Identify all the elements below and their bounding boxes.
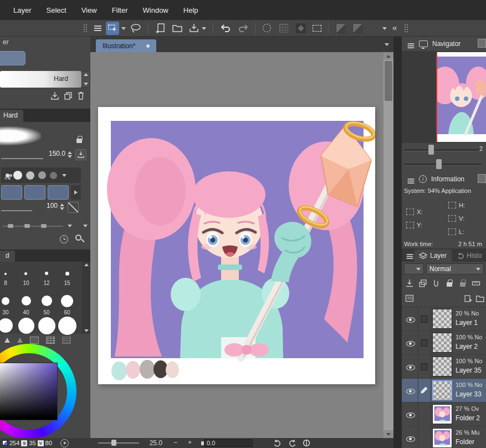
mini-slider-handle-3[interactable] bbox=[41, 224, 47, 228]
modify-settings-icon[interactable] bbox=[75, 235, 81, 241]
folder-thumbnail[interactable] bbox=[432, 404, 452, 424]
preset-expand-button[interactable] bbox=[71, 185, 81, 200]
list-view-icon[interactable] bbox=[62, 337, 71, 344]
redo-button[interactable] bbox=[237, 24, 248, 33]
layer-checkbox[interactable] bbox=[421, 339, 428, 347]
visibility-eye-icon[interactable] bbox=[406, 434, 415, 443]
stepper-up-icon[interactable] bbox=[60, 203, 64, 206]
selection-tool-button[interactable] bbox=[106, 22, 119, 35]
grid-view-icon[interactable] bbox=[46, 337, 55, 344]
zoom-value[interactable]: 25.0 bbox=[139, 439, 162, 447]
spray-effect-button[interactable] bbox=[263, 24, 271, 32]
menu-help[interactable]: Help bbox=[183, 6, 198, 14]
canvas-page[interactable] bbox=[98, 107, 375, 384]
save-dropdown[interactable] bbox=[202, 27, 206, 30]
panel-tab-cut-icon[interactable] bbox=[478, 39, 486, 48]
preset-swatch-2[interactable] bbox=[24, 185, 45, 200]
rotate-cw-button[interactable] bbox=[288, 439, 296, 447]
layer-row-selected[interactable]: 100 % No Layer 33 bbox=[402, 379, 486, 403]
layer-menu-icon[interactable] bbox=[407, 254, 413, 255]
new-file-button[interactable] bbox=[155, 23, 166, 34]
brush-size-grid[interactable]: 8 10 12 15 30 40 50 60 bbox=[0, 262, 82, 334]
panel-scroll-down-icon[interactable] bbox=[83, 225, 88, 227]
slider-handle[interactable] bbox=[436, 159, 442, 169]
lock-icon[interactable] bbox=[76, 139, 82, 143]
layer-thumbnail[interactable] bbox=[432, 357, 452, 376]
toolbar-drag-handle[interactable] bbox=[83, 24, 88, 33]
brush-list-selected-item[interactable] bbox=[0, 51, 25, 65]
lock-layer-button[interactable] bbox=[445, 279, 454, 288]
scroll-down-icon[interactable] bbox=[84, 83, 88, 85]
texture-view-icon[interactable] bbox=[4, 338, 10, 343]
visibility-eye-icon[interactable] bbox=[406, 363, 415, 371]
tool-property-tab[interactable]: Hard bbox=[0, 110, 23, 122]
mini-slider-handle-1[interactable] bbox=[8, 224, 13, 228]
selection-tool-dropdown[interactable] bbox=[121, 27, 126, 30]
panel-drag-handle[interactable] bbox=[404, 24, 408, 33]
open-file-button[interactable] bbox=[172, 23, 183, 33]
vertical-scrollbar[interactable] bbox=[383, 52, 393, 438]
gradient-button-2[interactable] bbox=[352, 23, 362, 33]
layer-name[interactable]: Folder bbox=[456, 438, 474, 446]
toolbar-overflow-dropdown[interactable] bbox=[382, 27, 387, 30]
tab-layer[interactable]: Layer bbox=[414, 250, 452, 262]
material-button[interactable] bbox=[296, 23, 306, 33]
scrollbar-thumb[interactable] bbox=[385, 61, 392, 101]
layer-row[interactable]: 26 % Mu Folder bbox=[402, 426, 486, 448]
stepper-down-icon[interactable] bbox=[68, 155, 72, 158]
layer-thumbnail[interactable] bbox=[432, 333, 452, 353]
preset-swatch-3[interactable] bbox=[48, 185, 69, 200]
stroke-timing-icon[interactable] bbox=[60, 235, 68, 243]
information-menu-icon[interactable] bbox=[408, 179, 415, 180]
delete-brush-button[interactable] bbox=[76, 90, 85, 101]
layer-thumbnail[interactable] bbox=[432, 309, 452, 329]
combine-button[interactable] bbox=[418, 279, 427, 288]
scroll-up-button[interactable] bbox=[383, 52, 393, 60]
layer-palette-selector[interactable] bbox=[404, 263, 424, 274]
register-brush-button[interactable] bbox=[50, 91, 60, 101]
layer-checkbox[interactable] bbox=[421, 315, 428, 323]
preset-tab[interactable]: d bbox=[0, 251, 15, 262]
scroll-down-icon[interactable] bbox=[84, 329, 89, 332]
navigator-rotate-slider[interactable] bbox=[402, 157, 486, 171]
layer-name[interactable]: Layer 33 bbox=[456, 390, 482, 398]
mini-slider-dropdown[interactable] bbox=[68, 225, 72, 227]
navigator-menu-icon[interactable] bbox=[408, 43, 415, 44]
document-tab[interactable]: Illustration* bbox=[96, 39, 156, 52]
menu-select[interactable]: Select bbox=[47, 6, 66, 14]
layer-row[interactable]: 20 % No Layer 1 bbox=[402, 307, 486, 331]
zoom-slider-handle[interactable] bbox=[111, 440, 116, 446]
scroll-up-icon[interactable] bbox=[84, 263, 89, 266]
opacity-slider[interactable] bbox=[1, 210, 32, 211]
reset-rotation-button[interactable] bbox=[302, 439, 311, 447]
menu-layer[interactable]: Layer bbox=[13, 6, 32, 14]
stepper-up-icon[interactable] bbox=[68, 151, 72, 154]
blend-mode-selector[interactable]: Normal bbox=[426, 263, 484, 274]
layer-name[interactable]: Layer 2 bbox=[456, 343, 478, 350]
transfer-down-button[interactable] bbox=[405, 279, 414, 288]
navigator-zoom-slider[interactable]: 2 bbox=[402, 143, 486, 156]
visibility-eye-icon[interactable] bbox=[406, 386, 415, 395]
opacity-value[interactable]: 100 bbox=[34, 202, 58, 210]
layer-row[interactable]: 27 % Ov Folder 2 bbox=[402, 403, 486, 426]
grid-toggle-button[interactable] bbox=[279, 24, 288, 33]
layer-name[interactable]: Layer 35 bbox=[456, 366, 482, 374]
clipping-button[interactable] bbox=[432, 279, 441, 288]
brush-size-slider[interactable] bbox=[1, 158, 43, 159]
undo-button[interactable] bbox=[221, 24, 232, 33]
visibility-eye-icon[interactable] bbox=[406, 410, 415, 419]
visibility-eye-icon[interactable] bbox=[406, 339, 415, 348]
zoom-in-button[interactable]: + bbox=[188, 439, 192, 446]
layer-thumbnail[interactable] bbox=[432, 380, 452, 400]
navigator-preview[interactable] bbox=[402, 51, 486, 143]
slider-handle[interactable] bbox=[428, 145, 434, 155]
anti-aliasing-button[interactable] bbox=[68, 202, 79, 213]
brush-size-stepper[interactable] bbox=[68, 151, 72, 158]
rotate-ccw-button[interactable] bbox=[273, 439, 282, 447]
toolbar-menu-icon[interactable] bbox=[94, 26, 101, 27]
brush-preview-bar[interactable]: Hard bbox=[0, 71, 81, 88]
lock-alpha-button[interactable] bbox=[458, 279, 467, 288]
ruler-button[interactable] bbox=[472, 279, 480, 288]
rotation-field[interactable]: 0.0 bbox=[204, 439, 253, 447]
tab-list-dropdown[interactable] bbox=[385, 43, 389, 46]
